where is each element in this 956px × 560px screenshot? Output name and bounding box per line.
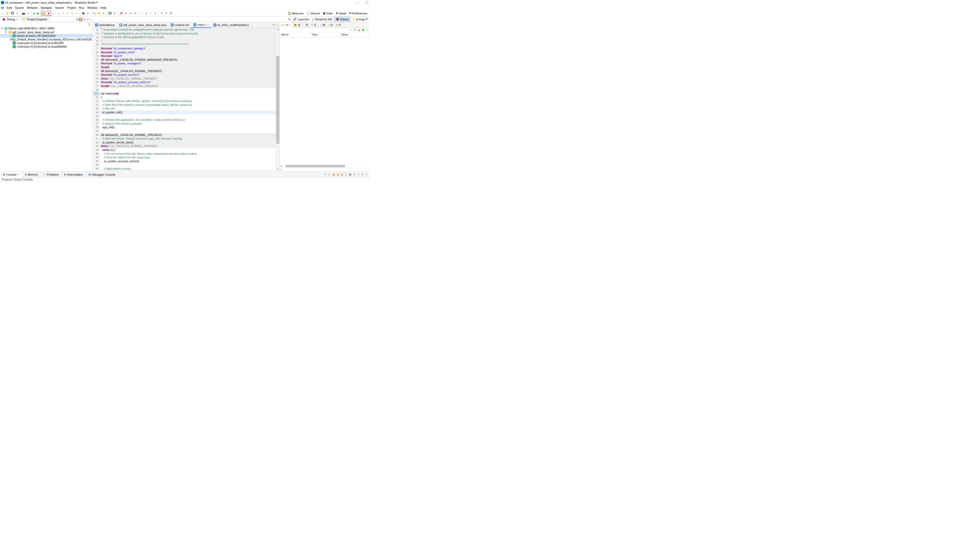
variables-body[interactable] [280,38,370,164]
menu-refactor[interactable]: Refactor [27,6,38,9]
line-gutter[interactable]: 121314151617181920212223242526272829-303… [93,28,100,171]
code-line[interactable]: #include "sl_component_catalog.h" [100,47,276,50]
menu-help[interactable]: Help [101,6,106,9]
scroll-left-icon[interactable]: ◂ [280,165,283,167]
stack-frame[interactable]: ▾Silicon Labs ARM MCU: SI917-SB00 [0,26,93,30]
console-tool-icon[interactable]: ▤ [336,173,340,176]
console-tool-icon[interactable]: ▾ [352,173,356,176]
code-line[interactable]: #if defined(SL_CATALOG_KERNEL_PRESENT) [100,69,276,73]
menu-search[interactable]: Search [55,6,64,9]
perspective-debug[interactable]: 🐞Debug [334,17,350,22]
code-line[interactable]: * sections of the MSLA applicable to Sou… [100,35,276,39]
bug-icon[interactable]: 🐞 [81,11,85,16]
step-return-icon[interactable]: ↶ [65,11,69,16]
code-line[interactable]: * [100,39,276,43]
download-button[interactable]: ⬇Install [335,11,347,16]
chevron-down-icon[interactable]: ▾ [144,11,148,16]
code-line[interactable]: ****************************************… [100,43,276,47]
tab-problems[interactable]: ⚠Problems [41,172,61,178]
maximize-icon[interactable]: □ [276,24,279,27]
variables-hscroll[interactable]: ◂ [280,164,370,168]
code-line[interactable]: // Do not remove this call: Silicon Labs… [100,152,276,156]
gear-button[interactable]: ⚙Preferences [348,11,368,16]
code-line[interactable]: * www.silabs.com/about-us/legal/master-s… [100,28,276,31]
code-line[interactable]: #else // SL_CATALOG_KERNEL_PRESENT [100,77,276,80]
vertical-scrollbar[interactable]: ▴ ▾ [276,28,279,171]
code-line[interactable]: #endif // SL_CATALOG_KERNEL_PRESENT [100,84,276,88]
max-icon[interactable]: □ [90,18,93,21]
code-line[interactable]: app_init(); [100,125,276,129]
terminate-icon[interactable]: ■ [46,11,50,16]
code-line[interactable]: #if defined(SL_CATALOG_POWER_MANAGER_PRE… [100,58,276,62]
save-all-icon[interactable]: 💾 [108,11,112,16]
editor-tab[interactable]: C0xdeadbeee [93,22,117,28]
code-line[interactable]: #include "sl_system_init.h" [100,50,276,54]
code-line[interactable] [100,114,276,118]
code-line[interactable] [100,88,276,92]
drop-to-frame-icon[interactable]: ⤺ [75,11,79,16]
code-line[interactable]: // this call. [100,107,276,110]
col-value[interactable]: Value [340,33,370,37]
down-icon[interactable]: ↓▾ [128,11,132,16]
min-icon[interactable]: § [83,18,86,21]
code-line[interactable]: { [100,96,276,99]
min-icon[interactable]: ▭ [365,28,369,31]
pin-icon[interactable]: ⇢ [349,28,352,31]
code-line[interactable]: #else // SL_CATALOG_KERNEL_PRESENT [100,144,276,148]
menu-run[interactable]: Run [79,6,84,9]
disconnect-icon[interactable]: ⟋ [52,11,56,16]
chevron-down-icon[interactable]: ▾ [86,11,90,16]
view-tab-b[interactable]: ⬤ₒB [292,22,302,28]
print-icon[interactable]: 🖶 [113,11,116,16]
code-line[interactable] [100,163,276,167]
code-line[interactable]: #include "sl_power_manager.h" [100,61,276,65]
suspend-icon[interactable]: ▮▮ [42,11,46,16]
menu-window[interactable]: Window [87,6,97,9]
code-line[interactable]: #endif [100,65,276,69]
col-type[interactable]: Type [310,33,340,37]
console-body[interactable] [0,182,370,216]
code-line[interactable]: * software is distributed to you in Sour… [100,31,276,36]
console-tool-icon[interactable]: ✕ [324,173,327,176]
clock-button[interactable]: 🕘Recent [305,11,321,16]
code-line[interactable]: #include "sl_system_process_action.h" [100,80,276,84]
code-line[interactable]: // Initialize the application. For examp… [100,118,276,122]
forward-icon[interactable]: ⇒ [149,11,153,16]
home-button[interactable]: 🏠Welcome [287,11,305,16]
reset-icon[interactable]: ⟳ [160,11,164,16]
editor-tab[interactable]: Csli_si91x_multithreaded.c [211,22,252,28]
scroll-down-icon[interactable]: ▾ [276,168,280,171]
twisty-icon[interactable]: ▾ [5,30,8,34]
view-tab-v[interactable]: (x)=V✕ [280,22,292,28]
code-line[interactable]: sl_system_init(); [100,110,276,114]
menu-ile[interactable]: ile [1,6,4,9]
tab-memory[interactable]: ▮Memory [22,172,41,178]
grid-button[interactable]: ▦Tools [322,11,333,16]
code-line[interactable]: sl_system_kernel_start(); [100,141,276,145]
view-menu-icon[interactable]: ▭ [86,18,89,21]
scroll-left-icon[interactable]: ◂ [280,168,283,171]
minimize-icon[interactable]: ▭ [272,24,275,27]
perspective-simplicity-ide[interactable]: {}Simplicity IDE [311,17,334,22]
resume-icon[interactable]: ▶❘ [37,11,41,16]
code-line[interactable]: // Initialize Silicon Labs device, syste… [100,99,276,103]
grid-icon[interactable]: ▦ [361,28,365,31]
view-tab-m[interactable]: ▭M [318,22,327,28]
view-tab-p[interactable]: ♟P [334,22,342,28]
save-icon[interactable]: 💾 [10,11,14,16]
collapse-icon[interactable]: ⊟ [75,18,79,21]
instruction-step-icon[interactable]: i↴ [70,11,74,16]
menu-navigate[interactable]: Navigate [41,6,52,9]
perspective-launcher[interactable]: 🚀Launcher [291,17,311,22]
open-icon[interactable]: 📂 [6,11,10,16]
folder-ref-icon[interactable]: 📁 [97,11,101,16]
build-icon[interactable]: 🔨 [92,11,96,16]
close-icon[interactable]: ✕ [16,18,18,21]
col-name[interactable]: Name [280,33,310,37]
console-tool-icon[interactable]: □ [365,173,368,176]
upload-icon[interactable]: ⬆ [164,11,168,16]
menu-edit[interactable]: Edit [7,6,12,9]
chevron-down-icon[interactable]: ▾ [15,11,19,16]
view-tab-e[interactable]: ⅗E [310,22,318,28]
maximize-button[interactable]: ☐ [366,1,368,5]
